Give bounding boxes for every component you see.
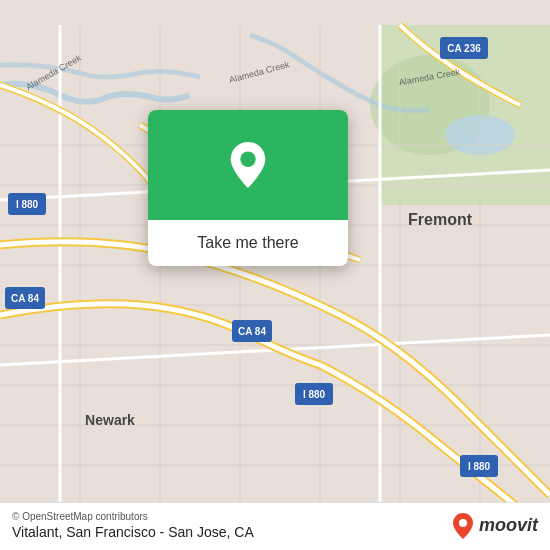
svg-text:CA 236: CA 236: [447, 43, 481, 54]
moovit-text: moovit: [479, 515, 538, 536]
svg-text:Fremont: Fremont: [408, 211, 473, 228]
moovit-pin-icon: [451, 512, 475, 540]
svg-text:CA 84: CA 84: [238, 326, 266, 337]
svg-text:CA 84: CA 84: [11, 293, 39, 304]
location-pin-icon: [226, 140, 270, 190]
popup-text-section: Take me there: [148, 220, 348, 266]
svg-text:Newark: Newark: [85, 412, 135, 428]
map-container: I 880 CA 84 CA 84 I 880 I 880 CA 236 Fre…: [0, 0, 550, 550]
copyright-text: © OpenStreetMap contributors: [12, 511, 254, 522]
popup-card: Take me there: [148, 110, 348, 266]
svg-text:I 880: I 880: [16, 199, 39, 210]
svg-text:I 880: I 880: [468, 461, 491, 472]
location-label: Vitalant, San Francisco - San Jose, CA: [12, 524, 254, 540]
svg-text:I 880: I 880: [303, 389, 326, 400]
bottom-bar: © OpenStreetMap contributors Vitalant, S…: [0, 502, 550, 550]
bottom-left: © OpenStreetMap contributors Vitalant, S…: [12, 511, 254, 540]
moovit-logo[interactable]: moovit: [451, 512, 538, 540]
popup-green-section: [148, 110, 348, 220]
svg-point-41: [459, 519, 467, 527]
take-me-there-button[interactable]: Take me there: [164, 232, 332, 254]
svg-point-40: [240, 152, 255, 167]
map-background: I 880 CA 84 CA 84 I 880 I 880 CA 236 Fre…: [0, 0, 550, 550]
